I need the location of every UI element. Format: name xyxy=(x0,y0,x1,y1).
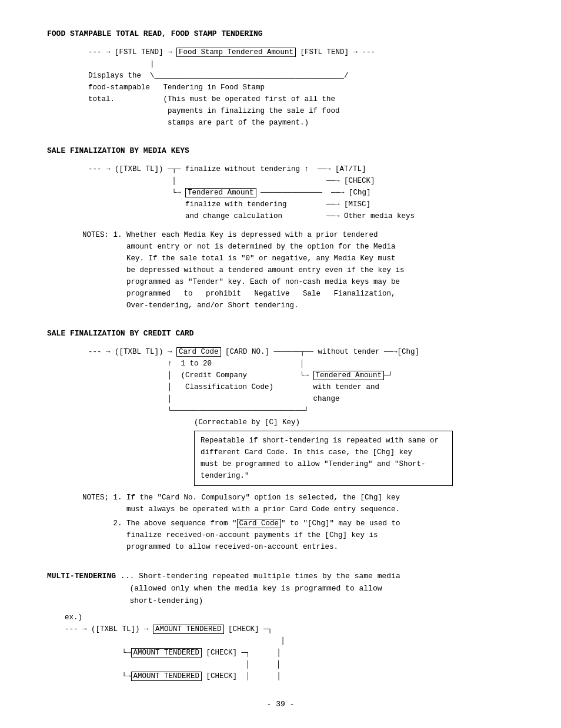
section-sale-credit: SALE FINALIZATION BY CREDIT CARD --- → (… xyxy=(47,329,514,553)
section-title-sale-credit: SALE FINALIZATION BY CREDIT CARD xyxy=(47,329,514,338)
sale-credit-notes: NOTES; 1. If the "Card No. Compulsory" o… xyxy=(82,492,514,553)
page: FOOD STAMPABLE TOTAL READ, FOOD STAMP TE… xyxy=(0,0,561,728)
sale-credit-diagram: --- → ([TXBL TL]) → Card Code [CARD NO.]… xyxy=(71,346,514,428)
section-food-stamp: FOOD STAMPABLE TOTAL READ, FOOD STAMP TE… xyxy=(47,29,514,129)
section-multi-tendering: MULTI-TENDERING ... Short-tendering repe… xyxy=(47,571,514,682)
section-title-sale-media: SALE FINALIZATION BY MEDIA KEYS xyxy=(47,146,514,155)
section-title-food-stamp: FOOD STAMPABLE TOTAL READ, FOOD STAMP TE… xyxy=(47,29,514,38)
multi-tendering-title: MULTI-TENDERING xyxy=(47,572,116,581)
multi-tendering-flow: ex.) --- → ([TXBL TL]) → AMOUNT TENDERED… xyxy=(47,612,514,682)
credit-box-note: Repeatable if short-tendering is repeate… xyxy=(194,431,453,486)
sale-media-notes: NOTES: 1. Whether each Media Key is depr… xyxy=(82,229,514,311)
page-number: - 39 - xyxy=(47,700,514,709)
note-media-1: NOTES: 1. Whether each Media Key is depr… xyxy=(82,229,514,311)
note-credit-1: NOTES; 1. If the "Card No. Compulsory" o… xyxy=(82,492,514,515)
food-stamp-diagram: --- → [FSTL TEND] → Food Stamp Tendered … xyxy=(71,46,514,129)
multi-tendering-desc: ... Short-tendering repeated multiple ti… xyxy=(121,572,400,581)
page-number-value: 39 xyxy=(276,700,285,709)
note-credit-2: 2. The above sequence from "Card Code" t… xyxy=(82,518,514,553)
sale-credit-flow: --- → ([TXBL TL]) → Card Code [CARD NO.]… xyxy=(71,346,514,428)
section-sale-media: SALE FINALIZATION BY MEDIA KEYS --- → ([… xyxy=(47,146,514,311)
food-stamp-flow: --- → [FSTL TEND] → Food Stamp Tendered … xyxy=(71,46,514,129)
sale-media-flow: --- → ([TXBL TL]) ─┬─ finalize without t… xyxy=(71,163,514,222)
multi-tendering-ex: ex.) --- → ([TXBL TL]) → AMOUNT TENDERED… xyxy=(47,612,514,682)
sale-media-diagram: --- → ([TXBL TL]) ─┬─ finalize without t… xyxy=(71,163,514,222)
multi-tendering-header: MULTI-TENDERING ... Short-tendering repe… xyxy=(47,571,514,607)
